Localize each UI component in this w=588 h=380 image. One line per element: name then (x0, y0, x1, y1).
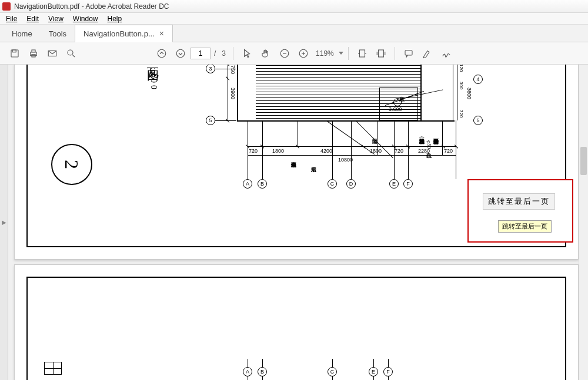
comment-icon[interactable] (400, 45, 417, 62)
page-scroll-area[interactable]: 2 瓦图 1:100 (8, 65, 588, 380)
menu-edit[interactable]: Edit (22, 14, 44, 24)
page-up-icon[interactable] (153, 45, 171, 62)
tab-tools[interactable]: Tools (41, 26, 75, 42)
pdf-page-2: A B C E F (14, 264, 579, 380)
save-icon[interactable] (6, 45, 24, 62)
menu-view[interactable]: View (44, 14, 68, 24)
highlight-icon[interactable] (419, 45, 436, 62)
goto-last-page-button[interactable]: 跳转至最后一页 (498, 220, 552, 233)
fit-page-icon[interactable] (372, 45, 390, 62)
tab-document[interactable]: NavigationButton.p... × (75, 25, 173, 42)
grid-bubble: D (346, 179, 356, 189)
page-down-icon[interactable] (172, 45, 189, 62)
document-viewport: ▶ 2 瓦图 1:100 (0, 65, 588, 380)
grid-bubble: F (383, 367, 393, 376)
grid-bubble: C (328, 179, 337, 189)
svg-point-9 (176, 49, 185, 58)
menu-window[interactable]: Window (68, 14, 103, 24)
window-title: NavigationButton.pdf - Adobe Acrobat Rea… (14, 2, 169, 11)
menu-help[interactable]: Help (103, 14, 127, 24)
vertical-scrollbar[interactable] (579, 65, 588, 380)
search-icon[interactable] (62, 45, 80, 62)
page-sep: / (214, 49, 216, 58)
svg-rect-17 (405, 50, 412, 55)
app-icon (2, 2, 11, 11)
grid-bubble: 5 (206, 116, 215, 125)
sign-icon[interactable] (437, 45, 455, 62)
drawing-title: 瓦图 1:100 (138, 65, 169, 81)
drawing-border (26, 277, 566, 380)
svg-line-7 (72, 55, 75, 57)
grid-bubble: E (369, 367, 378, 376)
annotation-callout: 跳转至最后一页 跳转至最后一页 (467, 179, 573, 243)
grid-bubble: B (258, 367, 267, 376)
grid-bubble: 4 (473, 75, 483, 84)
floor-plan: 3.600 3 5 4 5 750 3900 (185, 65, 479, 187)
pdf-page-1: 2 瓦图 1:100 (14, 65, 579, 260)
zoom-out-icon[interactable] (276, 45, 293, 62)
scrollbar-thumb[interactable] (580, 147, 587, 175)
fit-width-icon[interactable] (353, 45, 371, 62)
svg-rect-3 (32, 50, 35, 52)
grid-bubble: A (243, 367, 252, 376)
tab-home[interactable]: Home (4, 26, 41, 42)
svg-point-8 (158, 49, 166, 58)
pointer-icon[interactable] (238, 45, 256, 62)
grid-bubble: 3 (206, 65, 215, 73)
print-icon[interactable] (25, 45, 42, 62)
grid-bubble: B (258, 179, 267, 189)
page-number-input[interactable] (191, 48, 211, 59)
zoom-value: 119% (316, 49, 334, 58)
zoom-in-icon[interactable] (295, 45, 312, 62)
svg-point-6 (68, 50, 73, 55)
svg-rect-2 (31, 52, 37, 55)
title-bar: NavigationButton.pdf - Adobe Acrobat Rea… (0, 0, 588, 13)
nav-pane-toggle[interactable]: ▶ (0, 65, 8, 380)
tab-document-label: NavigationButton.p... (83, 29, 155, 38)
svg-rect-16 (378, 50, 383, 57)
chevron-right-icon: ▶ (2, 219, 6, 226)
page-total: 3 (222, 49, 226, 58)
menu-file[interactable]: File (1, 14, 22, 24)
svg-rect-15 (359, 50, 365, 57)
mail-icon[interactable] (44, 45, 61, 62)
grid-bubble: F (403, 179, 413, 189)
svg-rect-1 (12, 50, 16, 52)
tab-close-icon[interactable]: × (159, 29, 164, 38)
grid-bubble: A (243, 179, 252, 189)
title-block-fragment (44, 362, 62, 375)
tab-bar: Home Tools NavigationButton.p... × (0, 25, 588, 42)
toolbar: / 3 119% (0, 42, 588, 65)
hand-icon[interactable] (257, 45, 275, 62)
grid-bubble: 5 (473, 116, 483, 125)
grid-bubble: C (328, 367, 337, 376)
detail-number-circle: 2 (51, 144, 92, 185)
grid-bubble: E (389, 179, 399, 189)
callout-title: 跳转至最后一页 (483, 193, 555, 210)
zoom-dropdown-icon[interactable] (339, 52, 343, 55)
menu-bar: File Edit View Window Help (0, 13, 588, 25)
